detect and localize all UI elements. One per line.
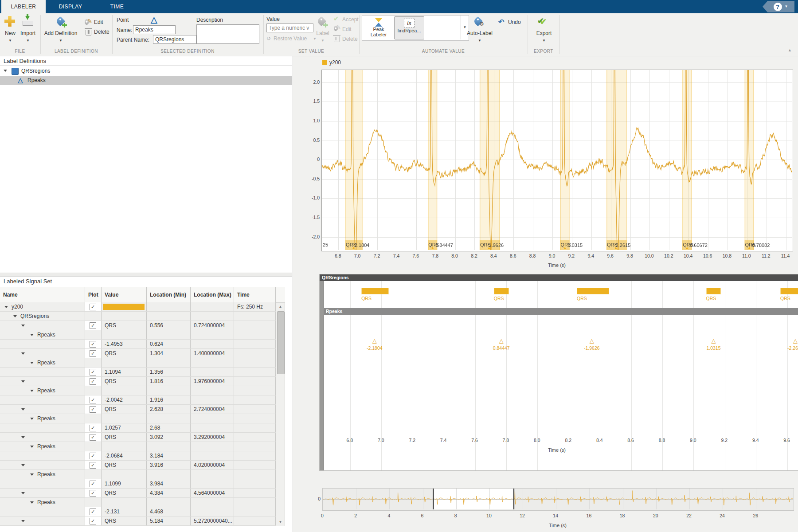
table-row[interactable]: y200✓Fs: 250 Hz xyxy=(0,302,285,312)
table-row[interactable]: ✓1.10993.984 xyxy=(0,479,285,489)
table-row[interactable]: ✓-2.06843.184 xyxy=(0,451,285,461)
row-expand-arrow-icon[interactable] xyxy=(21,352,25,355)
table-row[interactable]: ✓1.02572.68 xyxy=(0,423,285,433)
undo-button[interactable]: Undo xyxy=(508,19,521,25)
tree-item-qrsregions[interactable]: QRSregions xyxy=(0,66,292,76)
row-expand-arrow-icon[interactable] xyxy=(21,520,25,522)
table-row[interactable]: ✓QRS0.5560.724000004 xyxy=(0,321,285,330)
plot-checkbox[interactable]: ✓ xyxy=(90,304,96,310)
table-row[interactable]: ✓-2.00421.916 xyxy=(0,395,285,405)
parent-name-field[interactable] xyxy=(153,35,196,44)
rpeak-marker-icon[interactable]: ▲ xyxy=(352,246,356,250)
rpeak-marker-icon[interactable]: ▲ xyxy=(685,246,689,250)
row-expand-arrow-icon[interactable] xyxy=(21,325,25,327)
plot-checkbox[interactable]: ✓ xyxy=(90,369,96,376)
row-expand-arrow-icon[interactable] xyxy=(4,306,8,308)
edit-definition-button[interactable]: Edit xyxy=(94,19,103,25)
plot-checkbox[interactable]: ✓ xyxy=(90,406,96,413)
qrs-region-bar[interactable] xyxy=(494,288,509,294)
import-button[interactable]: Import xyxy=(20,30,35,36)
table-row[interactable]: Rpeaks xyxy=(0,358,285,368)
column-header-name[interactable]: Name xyxy=(0,287,85,302)
delete-definition-button[interactable]: Delete xyxy=(94,29,110,35)
export-caret-icon[interactable]: ▼ xyxy=(542,39,546,43)
row-expand-arrow-icon[interactable] xyxy=(30,334,34,336)
tab-time[interactable]: TIME xyxy=(95,0,139,13)
name-field[interactable] xyxy=(133,25,176,34)
findrpeaks-item[interactable]: fx findRpea... xyxy=(394,16,424,39)
rpeak-triangle-icon[interactable]: △ xyxy=(590,338,594,344)
import-icon[interactable] xyxy=(22,16,33,27)
add-definition-caret-icon[interactable]: ▼ xyxy=(59,39,63,43)
table-row[interactable]: ✓QRS4.3844.564000004 xyxy=(0,489,285,498)
rpeak-triangle-icon[interactable]: △ xyxy=(372,338,377,344)
plot-checkbox[interactable]: ✓ xyxy=(90,322,96,329)
table-row[interactable]: ✓-2.1314.468 xyxy=(0,507,285,516)
plot-checkbox[interactable]: ✓ xyxy=(90,490,96,497)
undo-icon[interactable]: ↶ xyxy=(498,18,504,26)
qrsregions-strip[interactable]: QRSregions xyxy=(320,274,798,281)
row-expand-arrow-icon[interactable] xyxy=(30,501,34,504)
row-expand-arrow-icon[interactable] xyxy=(21,464,25,466)
plot-checkbox[interactable]: ✓ xyxy=(90,425,96,431)
table-row[interactable]: Rpeaks xyxy=(0,386,285,395)
column-header-time[interactable]: Time xyxy=(234,287,276,302)
plot-checkbox[interactable]: ✓ xyxy=(90,509,96,515)
table-row[interactable]: ✓-1.49530.624 xyxy=(0,340,285,349)
panner[interactable] xyxy=(322,488,794,511)
qrs-region-bar[interactable] xyxy=(706,288,721,294)
row-expand-arrow-icon[interactable] xyxy=(13,315,17,317)
row-expand-arrow-icon[interactable] xyxy=(30,473,34,476)
tree-item-rpeaks[interactable]: △ Rpeaks xyxy=(0,76,292,85)
edit-definition-icon[interactable]: ✎ xyxy=(84,19,92,26)
column-header-value[interactable]: Value xyxy=(102,287,147,302)
column-header-location-min-[interactable]: Location (Min) xyxy=(147,287,191,302)
table-row[interactable]: Rpeaks xyxy=(0,414,285,423)
delete-definition-icon[interactable] xyxy=(86,30,91,35)
plot-checkbox[interactable]: ✓ xyxy=(90,397,96,403)
row-expand-arrow-icon[interactable] xyxy=(21,492,25,494)
plot-checkbox[interactable]: ✓ xyxy=(90,341,96,348)
export-icon[interactable]: ✔✔ xyxy=(537,16,549,26)
rpeak-marker-icon[interactable]: ▲ xyxy=(563,246,567,250)
new-caret-icon[interactable]: ▼ xyxy=(8,39,12,43)
table-row[interactable]: ✓QRS1.3041.400000004 xyxy=(0,349,285,358)
plot-checkbox[interactable]: ✓ xyxy=(90,434,96,441)
table-row[interactable]: Rpeaks xyxy=(0,442,285,451)
new-button[interactable]: New xyxy=(5,30,16,36)
collapse-arrow-icon[interactable] xyxy=(4,70,7,72)
value-field[interactable] xyxy=(266,23,313,32)
row-expand-arrow-icon[interactable] xyxy=(21,408,25,411)
table-row[interactable]: ✓1.10941.356 xyxy=(0,368,285,377)
plot-checkbox[interactable]: ✓ xyxy=(90,481,96,487)
row-expand-arrow-icon[interactable] xyxy=(30,446,34,448)
rpeak-marker-icon[interactable]: ▲ xyxy=(614,246,618,250)
description-field[interactable] xyxy=(196,24,259,44)
column-header-location-max-[interactable]: Location (Max) xyxy=(191,287,234,302)
auto-label-button[interactable]: Auto-Label xyxy=(467,30,493,36)
add-definition-button[interactable]: Add Definition xyxy=(44,30,78,36)
scroll-down-icon[interactable]: ▼ xyxy=(276,518,285,526)
rpeak-triangle-icon[interactable]: △ xyxy=(499,338,504,344)
new-icon[interactable] xyxy=(4,16,15,27)
scroll-up-icon[interactable]: ▲ xyxy=(276,303,285,310)
table-row[interactable]: Rpeaks xyxy=(0,470,285,479)
rpeak-marker-icon[interactable]: ▲ xyxy=(747,246,751,250)
ribbon-collapse-icon[interactable]: ▲ xyxy=(788,48,792,52)
row-expand-arrow-icon[interactable] xyxy=(30,390,34,392)
rpeak-triangle-icon[interactable]: △ xyxy=(793,338,798,344)
rpeak-marker-icon[interactable]: ▲ xyxy=(487,246,491,250)
column-header-plot[interactable]: Plot xyxy=(85,287,102,302)
row-expand-arrow-icon[interactable] xyxy=(21,436,25,438)
table-row[interactable]: Rpeaks xyxy=(0,498,285,507)
plot-checkbox[interactable]: ✓ xyxy=(90,453,96,459)
tab-labeler[interactable]: LABELER xyxy=(1,0,46,13)
qrs-region-bar[interactable] xyxy=(361,288,389,294)
table-row[interactable]: ✓QRS1.8161.976000004 xyxy=(0,377,285,386)
help-button[interactable]: ? ▼ xyxy=(763,1,794,12)
auto-label-caret-icon[interactable]: ▼ xyxy=(478,39,481,43)
table-scrollbar-thumb[interactable] xyxy=(277,311,285,374)
table-scrollbar[interactable]: ▲▼ xyxy=(276,302,285,526)
plot-checkbox[interactable]: ✓ xyxy=(90,350,96,357)
row-expand-arrow-icon[interactable] xyxy=(30,362,34,364)
